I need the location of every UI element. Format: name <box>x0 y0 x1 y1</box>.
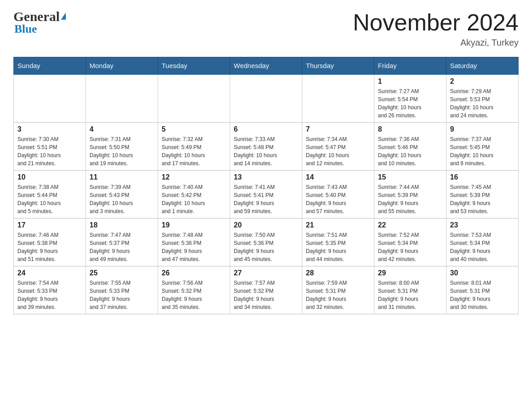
day-number: 17 <box>17 221 82 229</box>
logo-blue-text: Blue <box>14 22 37 36</box>
calendar-cell: 10Sunrise: 7:38 AMSunset: 5:44 PMDayligh… <box>14 171 86 218</box>
day-info: Sunrise: 7:57 AMSunset: 5:32 PMDaylight:… <box>234 279 298 311</box>
day-info: Sunrise: 7:32 AMSunset: 5:49 PMDaylight:… <box>162 135 226 167</box>
day-number: 6 <box>234 125 298 133</box>
day-info: Sunrise: 7:46 AMSunset: 5:38 PMDaylight:… <box>17 231 82 263</box>
calendar-cell: 1Sunrise: 7:27 AMSunset: 5:54 PMDaylight… <box>374 74 446 123</box>
day-info: Sunrise: 7:59 AMSunset: 5:31 PMDaylight:… <box>306 279 370 311</box>
day-info: Sunrise: 7:51 AMSunset: 5:35 PMDaylight:… <box>306 231 370 263</box>
weekday-header-saturday: Saturday <box>446 57 519 75</box>
day-number: 8 <box>378 125 442 133</box>
day-info: Sunrise: 7:34 AMSunset: 5:47 PMDaylight:… <box>306 135 370 167</box>
calendar-cell: 5Sunrise: 7:32 AMSunset: 5:49 PMDaylight… <box>158 123 230 171</box>
day-number: 30 <box>450 269 515 277</box>
day-number: 16 <box>450 173 515 181</box>
week-row-1: 3Sunrise: 7:30 AMSunset: 5:51 PMDaylight… <box>14 123 519 171</box>
day-number: 24 <box>17 269 82 277</box>
day-info: Sunrise: 7:45 AMSunset: 5:39 PMDaylight:… <box>450 183 515 215</box>
calendar: SundayMondayTuesdayWednesdayThursdayFrid… <box>13 57 519 314</box>
calendar-cell: 26Sunrise: 7:56 AMSunset: 5:32 PMDayligh… <box>158 266 230 314</box>
weekday-header-sunday: Sunday <box>14 57 86 75</box>
day-number: 27 <box>234 269 298 277</box>
calendar-cell: 16Sunrise: 7:45 AMSunset: 5:39 PMDayligh… <box>446 171 519 218</box>
logo-general-text: General <box>13 9 60 24</box>
week-row-4: 24Sunrise: 7:54 AMSunset: 5:33 PMDayligh… <box>14 266 519 314</box>
day-info: Sunrise: 7:29 AMSunset: 5:53 PMDaylight:… <box>450 87 515 120</box>
day-info: Sunrise: 7:50 AMSunset: 5:36 PMDaylight:… <box>234 231 298 263</box>
calendar-cell <box>86 74 158 123</box>
calendar-cell: 9Sunrise: 7:37 AMSunset: 5:45 PMDaylight… <box>446 123 519 171</box>
day-info: Sunrise: 7:37 AMSunset: 5:45 PMDaylight:… <box>450 135 515 167</box>
day-number: 12 <box>162 173 226 181</box>
day-number: 10 <box>17 173 82 181</box>
calendar-cell: 19Sunrise: 7:48 AMSunset: 5:36 PMDayligh… <box>158 218 230 266</box>
weekday-header-row: SundayMondayTuesdayWednesdayThursdayFrid… <box>14 57 519 75</box>
day-number: 15 <box>378 173 442 181</box>
calendar-cell: 18Sunrise: 7:47 AMSunset: 5:37 PMDayligh… <box>86 218 158 266</box>
weekday-header-tuesday: Tuesday <box>158 57 230 75</box>
day-info: Sunrise: 7:43 AMSunset: 5:40 PMDaylight:… <box>306 183 370 215</box>
weekday-header-wednesday: Wednesday <box>230 57 302 75</box>
day-number: 26 <box>162 269 226 277</box>
header: General Blue November 2024 Akyazi, Turke… <box>13 9 519 48</box>
day-number: 20 <box>234 221 298 229</box>
day-number: 23 <box>450 221 515 229</box>
day-info: Sunrise: 7:36 AMSunset: 5:46 PMDaylight:… <box>378 135 442 167</box>
day-info: Sunrise: 8:00 AMSunset: 5:31 PMDaylight:… <box>378 279 442 311</box>
week-row-3: 17Sunrise: 7:46 AMSunset: 5:38 PMDayligh… <box>14 218 519 266</box>
day-info: Sunrise: 7:30 AMSunset: 5:51 PMDaylight:… <box>17 135 82 167</box>
weekday-header-monday: Monday <box>86 57 158 75</box>
day-number: 5 <box>162 125 226 133</box>
day-info: Sunrise: 7:48 AMSunset: 5:36 PMDaylight:… <box>162 231 226 263</box>
day-info: Sunrise: 7:53 AMSunset: 5:34 PMDaylight:… <box>450 231 515 263</box>
day-info: Sunrise: 7:31 AMSunset: 5:50 PMDaylight:… <box>90 135 154 167</box>
day-info: Sunrise: 7:27 AMSunset: 5:54 PMDaylight:… <box>378 87 442 120</box>
calendar-cell: 13Sunrise: 7:41 AMSunset: 5:41 PMDayligh… <box>230 171 302 218</box>
week-row-2: 10Sunrise: 7:38 AMSunset: 5:44 PMDayligh… <box>14 171 519 218</box>
calendar-cell: 3Sunrise: 7:30 AMSunset: 5:51 PMDaylight… <box>14 123 86 171</box>
day-number: 25 <box>90 269 154 277</box>
day-number: 29 <box>378 269 442 277</box>
calendar-cell: 14Sunrise: 7:43 AMSunset: 5:40 PMDayligh… <box>302 171 374 218</box>
day-info: Sunrise: 7:56 AMSunset: 5:32 PMDaylight:… <box>162 279 226 311</box>
calendar-cell: 24Sunrise: 7:54 AMSunset: 5:33 PMDayligh… <box>14 266 86 314</box>
calendar-cell: 22Sunrise: 7:52 AMSunset: 5:34 PMDayligh… <box>374 218 446 266</box>
day-info: Sunrise: 7:33 AMSunset: 5:48 PMDaylight:… <box>234 135 298 167</box>
weekday-header-thursday: Thursday <box>302 57 374 75</box>
calendar-cell: 25Sunrise: 7:55 AMSunset: 5:33 PMDayligh… <box>86 266 158 314</box>
day-number: 2 <box>450 77 515 86</box>
calendar-cell: 8Sunrise: 7:36 AMSunset: 5:46 PMDaylight… <box>374 123 446 171</box>
calendar-cell: 28Sunrise: 7:59 AMSunset: 5:31 PMDayligh… <box>302 266 374 314</box>
day-number: 4 <box>90 125 154 133</box>
day-number: 14 <box>306 173 370 181</box>
day-info: Sunrise: 7:38 AMSunset: 5:44 PMDaylight:… <box>17 183 82 215</box>
calendar-cell: 20Sunrise: 7:50 AMSunset: 5:36 PMDayligh… <box>230 218 302 266</box>
day-number: 13 <box>234 173 298 181</box>
calendar-cell: 11Sunrise: 7:39 AMSunset: 5:43 PMDayligh… <box>86 171 158 218</box>
calendar-cell: 2Sunrise: 7:29 AMSunset: 5:53 PMDaylight… <box>446 74 519 123</box>
day-info: Sunrise: 7:54 AMSunset: 5:33 PMDaylight:… <box>17 279 82 311</box>
calendar-cell: 23Sunrise: 7:53 AMSunset: 5:34 PMDayligh… <box>446 218 519 266</box>
logo-triangle-icon <box>61 13 66 20</box>
calendar-cell <box>302 74 374 123</box>
day-number: 7 <box>306 125 370 133</box>
day-number: 22 <box>378 221 442 229</box>
calendar-cell <box>158 74 230 123</box>
calendar-cell <box>14 74 86 123</box>
day-info: Sunrise: 7:55 AMSunset: 5:33 PMDaylight:… <box>90 279 154 311</box>
day-info: Sunrise: 7:47 AMSunset: 5:37 PMDaylight:… <box>90 231 154 263</box>
calendar-cell: 30Sunrise: 8:01 AMSunset: 5:31 PMDayligh… <box>446 266 519 314</box>
calendar-cell <box>230 74 302 123</box>
day-info: Sunrise: 8:01 AMSunset: 5:31 PMDaylight:… <box>450 279 515 311</box>
calendar-cell: 6Sunrise: 7:33 AMSunset: 5:48 PMDaylight… <box>230 123 302 171</box>
day-info: Sunrise: 7:41 AMSunset: 5:41 PMDaylight:… <box>234 183 298 215</box>
title-area: November 2024 Akyazi, Turkey <box>353 9 519 48</box>
day-info: Sunrise: 7:44 AMSunset: 5:39 PMDaylight:… <box>378 183 442 215</box>
calendar-cell: 27Sunrise: 7:57 AMSunset: 5:32 PMDayligh… <box>230 266 302 314</box>
calendar-cell: 12Sunrise: 7:40 AMSunset: 5:42 PMDayligh… <box>158 171 230 218</box>
calendar-cell: 17Sunrise: 7:46 AMSunset: 5:38 PMDayligh… <box>14 218 86 266</box>
day-number: 11 <box>90 173 154 181</box>
week-row-0: 1Sunrise: 7:27 AMSunset: 5:54 PMDaylight… <box>14 74 519 123</box>
day-number: 18 <box>90 221 154 229</box>
calendar-cell: 4Sunrise: 7:31 AMSunset: 5:50 PMDaylight… <box>86 123 158 171</box>
